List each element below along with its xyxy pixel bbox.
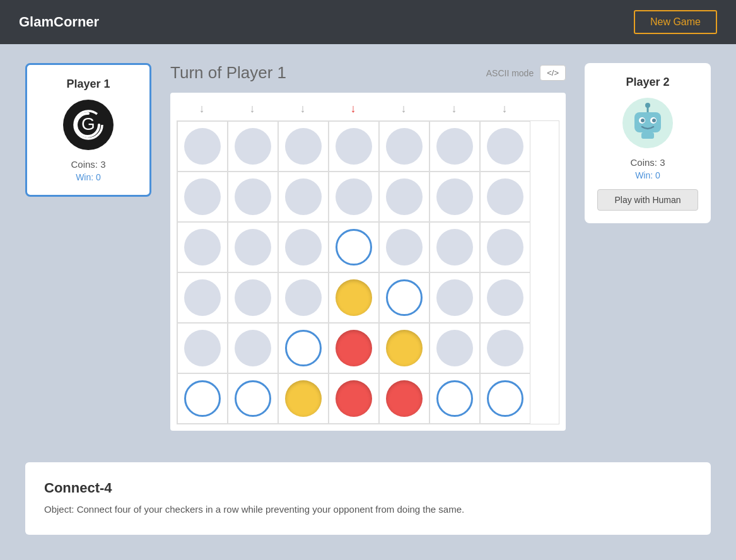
cell-0-1[interactable] [228,121,278,172]
disc-2-1 [235,229,271,265]
svg-point-8 [641,119,645,122]
disc-5-5 [436,380,473,417]
cell-0-2[interactable] [278,121,329,172]
board-container: ↓ ↓ ↓ ↓ ↓ ↓ ↓ [170,93,566,431]
info-text: Object: Connect four of your checkers in… [44,503,692,517]
cell-1-2[interactable] [278,172,329,222]
cell-2-5[interactable] [429,222,480,272]
disc-4-1 [235,330,271,366]
cell-0-4[interactable] [379,121,429,172]
cell-4-5[interactable] [429,323,480,373]
col-arrow-2[interactable]: ↓ [277,99,328,118]
player1-name: Player 1 [40,78,137,91]
game-area: Turn of Player 1 ASCII mode </> ↓ ↓ ↓ ↓ … [170,63,566,431]
cell-4-1[interactable] [228,323,278,373]
cell-1-0[interactable] [177,172,228,222]
info-box: Connect-4 Object: Connect four of your c… [25,462,711,535]
cell-1-6[interactable] [480,172,530,222]
cell-3-2[interactable] [278,272,329,323]
disc-2-2 [285,229,322,265]
cell-5-0[interactable] [177,373,228,424]
cell-0-5[interactable] [429,121,480,172]
app-title: GlamCorner [19,14,99,30]
disc-2-3 [336,229,372,265]
svg-text:G: G [81,114,95,134]
cell-3-0[interactable] [177,272,228,323]
disc-3-4 [386,279,423,316]
col-arrow-3[interactable]: ↓ [328,99,378,118]
cell-5-2[interactable] [278,373,329,424]
disc-3-3 [336,279,372,316]
cell-3-1[interactable] [228,272,278,323]
ascii-toggle-button[interactable]: </> [540,65,566,81]
disc-2-0 [184,229,221,265]
board-grid [177,120,559,424]
disc-5-0 [184,380,221,417]
player2-coins: Coins: 3 [597,157,698,168]
player1-avatar: G [63,100,114,150]
cell-2-3[interactable] [329,222,379,272]
disc-3-5 [436,279,473,316]
svg-point-9 [652,119,656,122]
player1-coins: Coins: 3 [40,159,137,170]
cell-1-4[interactable] [379,172,429,222]
cell-5-4[interactable] [379,373,429,424]
cell-3-4[interactable] [379,272,429,323]
cell-1-5[interactable] [429,172,480,222]
cell-4-6[interactable] [480,323,530,373]
new-game-button[interactable]: New Game [634,10,717,34]
cell-2-6[interactable] [480,222,530,272]
col-arrow-0[interactable]: ↓ [177,99,227,118]
cell-4-0[interactable] [177,323,228,373]
cell-4-2[interactable] [278,323,329,373]
svg-rect-10 [641,132,654,139]
player2-card: Player 2 Coins: 3 Win: 0 Play w [585,63,711,223]
disc-5-2 [285,380,322,417]
cell-3-5[interactable] [429,272,480,323]
disc-2-5 [436,229,473,265]
cell-0-3[interactable] [329,121,379,172]
col-arrow-6[interactable]: ↓ [479,99,530,118]
game-header: Turn of Player 1 ASCII mode </> [170,63,566,83]
svg-point-4 [645,103,650,108]
cell-2-1[interactable] [228,222,278,272]
cell-2-0[interactable] [177,222,228,272]
cell-3-6[interactable] [480,272,530,323]
disc-3-2 [285,279,322,316]
disc-4-2 [285,330,322,366]
disc-1-0 [184,178,221,215]
ascii-area: ASCII mode </> [486,65,566,81]
header: GlamCorner New Game [0,0,736,44]
disc-2-4 [386,229,423,265]
disc-0-1 [235,128,271,165]
cell-4-4[interactable] [379,323,429,373]
turn-label: Turn of Player 1 [170,63,286,83]
cell-2-4[interactable] [379,222,429,272]
cell-5-1[interactable] [228,373,278,424]
cell-5-3[interactable] [329,373,379,424]
cell-3-3[interactable] [329,272,379,323]
col-arrow-4[interactable]: ↓ [378,99,429,118]
cell-1-3[interactable] [329,172,379,222]
info-title: Connect-4 [44,480,692,496]
player1-card: Player 1 G Coins: 3 Win: 0 [25,63,151,197]
disc-5-1 [235,380,271,417]
cell-0-6[interactable] [480,121,530,172]
disc-4-4 [386,330,423,366]
col-arrow-1[interactable]: ↓ [227,99,277,118]
cell-5-6[interactable] [480,373,530,424]
play-with-human-button[interactable]: Play with Human [597,189,698,211]
disc-3-6 [487,279,523,316]
cell-5-5[interactable] [429,373,480,424]
player2-avatar [622,98,673,148]
disc-1-1 [235,178,271,215]
disc-4-3 [336,330,372,366]
cell-1-1[interactable] [228,172,278,222]
cell-2-2[interactable] [278,222,329,272]
disc-4-5 [436,330,473,366]
disc-1-2 [285,178,322,215]
col-arrow-5[interactable]: ↓ [429,99,479,118]
cell-0-0[interactable] [177,121,228,172]
cell-4-3[interactable] [329,323,379,373]
main-area: Player 1 G Coins: 3 Win: 0 Turn of Playe… [0,44,736,450]
